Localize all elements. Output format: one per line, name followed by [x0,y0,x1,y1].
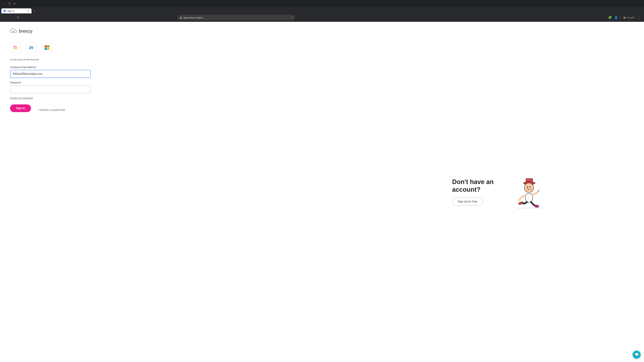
google-signin-button[interactable]: G [10,42,21,53]
password-form-group: Password* [10,81,90,93]
linkedin-signin-button[interactable]: in [26,42,36,53]
svg-point-10 [526,188,528,189]
microsoft-signin-button[interactable] [42,42,52,53]
close-button[interactable]: ✕ [12,1,17,6]
page-content: breezy G in or use your email account [0,22,644,362]
browser-actions: 🧩 👤 | 🕵️ Incognito ⋮ [607,15,642,20]
svg-point-11 [530,188,532,189]
character-svg [509,175,546,209]
active-tab[interactable]: B Sign In ✕ [1,8,32,13]
chat-bubble[interactable]: 💬 [632,351,641,359]
incognito-icon: 🕵️ [623,16,626,19]
cta-section: Don't have an account? Sign Up for Free [452,178,502,205]
forward-button[interactable]: → [9,15,14,20]
maximize-button[interactable]: ❐ [7,1,12,6]
tab-title: Sign In [8,10,14,12]
forgot-password-link[interactable]: Forgot your password [10,97,33,99]
signin-row: Sign In * Indicates a required field [10,104,65,115]
url-display: app.breezy.hr/signin [184,16,289,19]
svg-line-1 [13,31,14,32]
svg-line-0 [12,31,13,32]
omnibox-bar: ← → ↻ 🔒 app.breezy.hr/signin ☆ 🧩 👤 | 🕵️ … [0,13,644,22]
menu-button[interactable]: ⋮ [636,15,642,20]
email-form-group: Company Email Address* [10,66,90,78]
bookmark-icon[interactable]: ☆ [291,16,293,19]
password-input[interactable] [10,85,90,93]
minimize-button[interactable]: ─ [1,1,6,6]
extensions-button[interactable]: 🧩 [607,15,613,20]
svg-point-17 [518,201,524,205]
required-note: * Indicates a required field [38,109,65,111]
svg-rect-6 [530,178,532,182]
reload-button[interactable]: ↻ [16,15,21,20]
svg-point-8 [527,187,528,188]
svg-point-9 [530,187,530,188]
back-button[interactable]: ← [2,15,8,20]
tab-favicon: B [3,9,6,12]
email-input[interactable] [10,70,90,78]
omnibox[interactable]: 🔒 app.breezy.hr/signin ☆ [178,15,295,20]
svg-point-18 [534,205,539,208]
divider-text: or use your email account [10,58,39,61]
left-panel: breezy G in or use your email account [0,22,354,362]
right-panel: Don't have an account? Sign Up for Free [354,22,644,362]
incognito-button[interactable]: 🕵️ Incognito [622,16,636,19]
profile-button[interactable]: 👤 [613,15,619,20]
tab-bar: B Sign In ✕ + [0,7,644,13]
new-tab-button[interactable]: + [32,9,37,13]
social-icons: G in [10,42,52,53]
signin-button[interactable]: Sign In [10,104,31,112]
lock-icon: 🔒 [180,16,182,19]
password-label: Password* [10,81,90,84]
browser-chrome: ─ ❐ ✕ [0,0,644,7]
character-illustration [509,175,546,209]
cloud-logo-icon [10,29,17,34]
linkedin-icon: in [29,45,33,50]
chat-icon: 💬 [634,353,639,357]
google-icon: G [14,45,17,50]
cta-heading: Don't have an account? [452,178,502,193]
svg-line-15 [538,189,540,190]
svg-point-20 [520,207,538,209]
incognito-label: Incognito [626,16,634,19]
logo-area: breezy [10,28,32,34]
svg-point-7 [524,183,534,192]
tab-close-button[interactable]: ✕ [27,9,30,12]
signup-free-button[interactable]: Sign Up for Free [452,198,483,206]
email-label: Company Email Address* [10,66,90,68]
microsoft-icon [44,45,49,50]
window-controls: ─ ❐ ✕ [1,1,17,6]
svg-rect-5 [526,181,533,182]
logo-text: breezy [19,28,32,34]
